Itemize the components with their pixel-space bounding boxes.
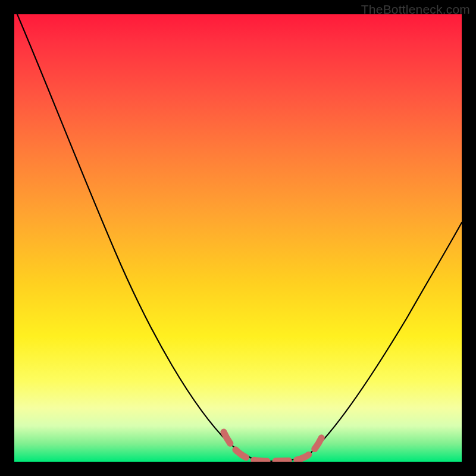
chart-svg xyxy=(14,14,462,462)
watermark-label: TheBottleneck.com xyxy=(361,2,470,17)
bottleneck-curve xyxy=(17,14,462,461)
ideal-zone-marker xyxy=(224,432,322,461)
chart-plot-area xyxy=(14,14,462,462)
chart-frame: TheBottleneck.com xyxy=(0,0,476,476)
